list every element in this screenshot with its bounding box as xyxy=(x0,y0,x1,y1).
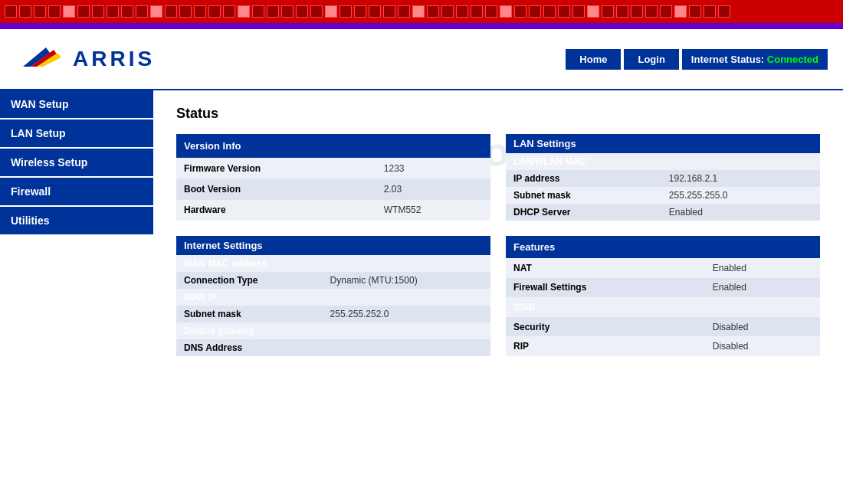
subnet-mask-value: 255.255.255.0 xyxy=(661,187,820,204)
deco-square xyxy=(587,5,599,18)
subnet-mask-label: Subnet mask xyxy=(506,187,661,204)
dns-address-label: DNS Address xyxy=(176,339,323,356)
deco-square xyxy=(296,5,308,18)
deco-square xyxy=(310,5,323,18)
logo-text: ARRIS xyxy=(73,47,155,71)
deco-square xyxy=(150,5,162,18)
internet-subnet-value: 255.255.252.0 xyxy=(323,306,490,322)
header: ARRIS Home Login Internet Status: Connec… xyxy=(0,29,843,90)
firmware-version-label: Firmware Version xyxy=(176,158,376,178)
hardware-row: Hardware WTM552 xyxy=(176,200,490,221)
sidebar-item-firewall[interactable]: Firewall xyxy=(0,178,153,207)
deco-square xyxy=(19,5,31,18)
deco-square xyxy=(136,5,148,18)
dhcp-server-value: Enabled xyxy=(661,204,820,221)
firewall-settings-label: Firewall Settings xyxy=(506,278,705,298)
lan-wlan-mac-label: LAN/WLAN MAC xyxy=(506,153,820,170)
deco-square xyxy=(121,5,133,18)
deco-square xyxy=(471,5,483,18)
deco-square xyxy=(369,5,381,18)
sidebar: WAN Setup LAN Setup Wireless Setup Firew… xyxy=(0,90,153,504)
deco-square xyxy=(165,5,177,18)
deco-square xyxy=(107,5,119,18)
deco-square xyxy=(194,5,206,18)
login-button[interactable]: Login xyxy=(624,49,678,70)
sidebar-item-lan-setup[interactable]: LAN Setup xyxy=(0,119,153,149)
firmware-version-row: Firmware Version 1233 xyxy=(176,158,490,178)
firewall-settings-row: Firewall Settings Enabled xyxy=(506,278,820,298)
deco-square xyxy=(412,5,425,18)
ip-address-row: IP address 192.168.2.1 xyxy=(506,170,820,187)
internet-subnet-row: Subnet mask 255.255.252.0 xyxy=(176,306,490,322)
deco-square xyxy=(354,5,366,18)
home-button[interactable]: Home xyxy=(566,49,621,70)
wan-mac-row: WAN MAC address xyxy=(176,255,490,272)
content-area: SetupRouter.com Status Version Info Firm… xyxy=(153,90,843,504)
lan-settings-header-row: LAN Settings xyxy=(506,134,820,153)
deco-square xyxy=(543,5,556,18)
firmware-version-value: 1233 xyxy=(376,158,490,178)
deco-square xyxy=(572,5,585,18)
nat-label: NAT xyxy=(506,258,705,278)
deco-square xyxy=(383,5,395,18)
lan-settings-header: LAN Settings xyxy=(506,134,820,153)
main-layout: WAN Setup LAN Setup Wireless Setup Firew… xyxy=(0,90,843,504)
deco-square xyxy=(77,5,90,18)
nat-value: Enabled xyxy=(705,258,820,278)
deco-square xyxy=(529,5,541,18)
deco-square xyxy=(485,5,497,18)
deco-square xyxy=(645,5,658,18)
wan-mac-label: WAN MAC address xyxy=(176,255,490,272)
deco-square xyxy=(500,5,512,18)
version-info-header: Version Info xyxy=(176,134,490,158)
security-row: Security Disabled xyxy=(506,317,820,337)
deco-square xyxy=(92,5,104,18)
sidebar-item-wireless-setup[interactable]: Wireless Setup xyxy=(0,149,153,178)
default-gateway-row: Default gateway xyxy=(176,322,490,339)
sidebar-item-wan-setup[interactable]: WAN Setup xyxy=(0,90,153,119)
internet-status: Internet Status: Connected xyxy=(682,49,828,70)
deco-square xyxy=(179,5,192,18)
internet-status-label: Internet Status: xyxy=(691,54,764,65)
deco-square xyxy=(558,5,570,18)
hardware-value: WTM552 xyxy=(376,200,490,221)
deco-square xyxy=(48,5,61,18)
ip-address-label: IP address xyxy=(506,170,661,187)
deco-square xyxy=(689,5,701,18)
deco-square xyxy=(325,5,337,18)
deco-square xyxy=(252,5,264,18)
boot-version-label: Boot Version xyxy=(176,178,376,199)
sidebar-item-utilities[interactable]: Utilities xyxy=(0,207,153,236)
rip-row: RIP Disabled xyxy=(506,336,820,356)
connection-type-row: Connection Type Dynamic (MTU:1500) xyxy=(176,272,490,289)
lan-settings-table: LAN Settings LAN/WLAN MAC IP address 192… xyxy=(506,134,820,221)
deco-square xyxy=(674,5,687,18)
boot-version-row: Boot Version 2.03 xyxy=(176,178,490,199)
deco-square xyxy=(63,5,75,18)
ssid-row: SSID xyxy=(506,297,820,317)
internet-status-value: Connected xyxy=(767,54,818,65)
internet-settings-header: Internet Settings xyxy=(176,236,490,255)
deco-square xyxy=(441,5,454,18)
bottom-tables-row: Internet Settings WAN MAC address Connec… xyxy=(176,236,820,356)
deco-square xyxy=(718,5,730,18)
internet-settings-header-row: Internet Settings xyxy=(176,236,490,255)
version-info-table: Version Info Firmware Version 1233 Boot … xyxy=(176,134,490,221)
deco-square xyxy=(238,5,250,18)
rip-label: RIP xyxy=(506,336,705,356)
deco-square xyxy=(208,5,221,18)
deco-square xyxy=(5,5,17,18)
dhcp-server-row: DHCP Server Enabled xyxy=(506,204,820,221)
nav-buttons: Home Login Internet Status: Connected xyxy=(566,49,828,70)
subnet-mask-row: Subnet mask 255.255.255.0 xyxy=(506,187,820,204)
hardware-label: Hardware xyxy=(176,200,376,221)
deco-square xyxy=(281,5,294,18)
deco-square xyxy=(704,5,716,18)
firewall-settings-value: Enabled xyxy=(705,278,820,298)
nat-row: NAT Enabled xyxy=(506,258,820,278)
top-tables-row: Version Info Firmware Version 1233 Boot … xyxy=(176,134,820,221)
lan-wlan-mac-row: LAN/WLAN MAC xyxy=(506,153,820,170)
ip-address-value: 192.168.2.1 xyxy=(661,170,820,187)
deco-square xyxy=(34,5,46,18)
deco-square xyxy=(631,5,643,18)
